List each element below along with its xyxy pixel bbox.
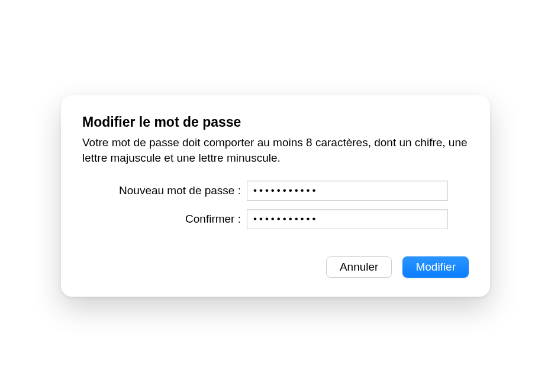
new-password-row: Nouveau mot de passe : (82, 181, 469, 201)
confirm-password-row: Confirmer : (82, 209, 469, 229)
change-password-dialog: Modifier le mot de passe Votre mot de pa… (61, 95, 490, 297)
dialog-description: Votre mot de passe doit comporter au moi… (82, 135, 469, 165)
cancel-button[interactable]: Annuler (326, 256, 392, 278)
confirm-password-label: Confirmer : (82, 213, 247, 226)
dialog-title: Modifier le mot de passe (82, 114, 469, 130)
submit-button[interactable]: Modifier (402, 256, 469, 278)
new-password-label: Nouveau mot de passe : (82, 184, 247, 197)
confirm-password-input[interactable] (247, 209, 448, 229)
new-password-input[interactable] (247, 181, 448, 201)
dialog-button-row: Annuler Modifier (82, 256, 469, 278)
